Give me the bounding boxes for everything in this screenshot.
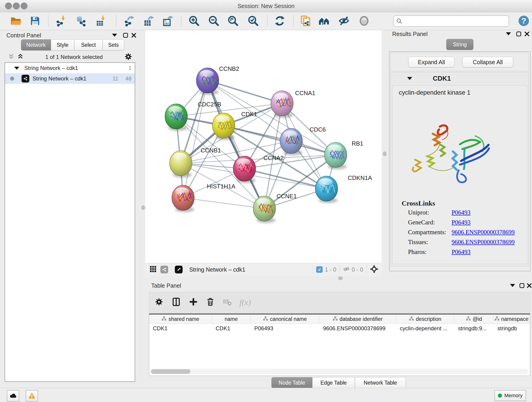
show-all-button[interactable] (358, 14, 370, 27)
table-row[interactable]: CDK1CDK1P064939606.ENSP00000378699cyclin… (149, 324, 530, 333)
column-header-canonical-name[interactable]: canonical name (251, 314, 319, 324)
network-selection-bar: 1 of 1 Network selected (5, 52, 135, 62)
network-canvas[interactable]: CCNB2CCNA1CDC25BCDK1CDC6RB1CCNB1CCNA2CDK… (145, 30, 382, 263)
column-header-name[interactable]: name (212, 314, 251, 324)
control-panel-menu-icon[interactable] (112, 33, 117, 38)
table-panel-close-icon[interactable] (526, 283, 532, 289)
tab-node-table[interactable]: Node Table (272, 377, 312, 388)
import-table-button[interactable] (95, 14, 108, 27)
birdseye-view-icon[interactable] (175, 266, 183, 274)
collapse-all-networks-icon[interactable] (8, 53, 15, 61)
annotation-documents-icon (300, 15, 312, 27)
network-node-rb1[interactable]: RB1 (324, 140, 363, 169)
column-header-database-identifier[interactable]: database identifier (319, 314, 396, 324)
collection-expander-icon[interactable] (14, 67, 19, 70)
annotations-button[interactable] (299, 14, 312, 27)
export-network-button[interactable] (123, 14, 136, 27)
export-table-button[interactable] (142, 14, 155, 27)
help-button[interactable]: ? (517, 14, 530, 27)
tab-select[interactable]: Select (74, 39, 103, 51)
export-network-icon (124, 15, 135, 27)
import-network-button[interactable] (55, 14, 68, 27)
crosslinks-title: CrossLinks (402, 199, 527, 207)
grid-view-icon[interactable] (149, 265, 157, 274)
selected-checkbox[interactable] (316, 266, 323, 273)
network-edge-count: 48 (125, 75, 132, 82)
results-panel-menu-icon[interactable] (506, 32, 511, 36)
control-panel-close-icon[interactable] (131, 32, 137, 39)
function-builder-button[interactable]: f(x) (239, 298, 251, 307)
horizontal-splitter-handle[interactable] (338, 276, 343, 280)
memory-button[interactable]: Memory (494, 390, 526, 401)
network-node-ccnb2[interactable]: CCNB2 (196, 65, 239, 95)
network-row[interactable]: String Network – cdk1 11 48 (5, 73, 135, 84)
table-settings-gear-icon[interactable] (155, 298, 163, 307)
tab-network[interactable]: Network (21, 39, 51, 51)
zoom-selected-button[interactable] (247, 14, 260, 27)
network-node-cdk1[interactable]: CDK1 (212, 111, 257, 140)
tab-string[interactable]: String (446, 39, 473, 50)
hierarchy-icon (162, 316, 167, 322)
crosslink-tissues-link[interactable]: 9606.ENSP00000378699 (452, 239, 527, 246)
column-header-namespace[interactable]: namespace (494, 314, 529, 324)
crosslink-uniprot-link[interactable]: P06493 (452, 209, 527, 216)
hide-selected-button[interactable] (337, 14, 350, 27)
open-session-button[interactable] (9, 14, 22, 27)
gene-entry-header[interactable]: CDK1 (391, 72, 529, 85)
tab-style[interactable]: Style (51, 39, 74, 51)
horizontal-scrollbar[interactable] (150, 369, 528, 374)
crosslink-compartments-link[interactable]: 9606.ENSP00000378699 (452, 229, 527, 236)
crosslink-pharos-link[interactable]: P06493 (452, 249, 527, 255)
refresh-layout-button[interactable] (273, 14, 286, 27)
column-header--id[interactable]: @id (454, 314, 494, 324)
network-node-ccne1[interactable]: CCNE1 (253, 193, 297, 223)
network-node-cdkn1a[interactable]: CDKN1A (315, 174, 372, 203)
expand-all-button[interactable]: Expand All (408, 57, 455, 67)
search-icon (396, 18, 403, 25)
results-panel-float-icon[interactable] (516, 31, 521, 38)
search-input[interactable] (403, 18, 502, 25)
network-options-gear-icon[interactable] (124, 52, 133, 62)
zoom-out-button[interactable] (207, 14, 220, 27)
right-splitter-handle[interactable] (383, 152, 386, 156)
results-panel-close-icon[interactable] (524, 31, 530, 38)
crosslink-genecard-link[interactable]: P06493 (452, 219, 527, 226)
tab-edge-table[interactable]: Edge Table (312, 377, 355, 388)
tab-sets[interactable]: Sets (103, 39, 124, 51)
network-graph[interactable]: CCNB2CCNA1CDC25BCDK1CDC6RB1CCNB1CCNA2CDK… (145, 30, 382, 263)
expand-all-networks-icon[interactable] (17, 53, 24, 61)
network-edge[interactable] (183, 80, 208, 198)
export-image-button[interactable] (162, 14, 174, 27)
search-field[interactable] (393, 15, 509, 27)
cloud-status-button[interactable] (7, 390, 19, 402)
column-header-shared-name[interactable]: shared name (149, 314, 212, 324)
zoom-in-button[interactable] (188, 14, 201, 27)
network-edge[interactable] (208, 80, 282, 103)
warnings-button[interactable] (26, 390, 38, 402)
network-node-hist1h1a[interactable]: HIST1H1A (172, 183, 235, 212)
scrollbar-thumb[interactable] (151, 369, 190, 374)
network-share-view-icon[interactable] (160, 266, 168, 274)
first-neighbors-button[interactable] (318, 14, 331, 27)
network-collection-row[interactable]: String Network – cdk1 1 (5, 63, 135, 73)
left-splitter-handle[interactable] (141, 205, 145, 210)
table-header-row: shared namename canonical name database … (149, 314, 530, 324)
pan-mode-icon[interactable] (370, 265, 379, 274)
column-header-description[interactable]: description (396, 314, 454, 324)
collapse-all-button[interactable]: Collapse All (462, 57, 513, 67)
network-edge[interactable] (183, 198, 264, 209)
table-panel-menu-icon[interactable] (510, 284, 515, 288)
create-column-icon[interactable] (189, 298, 198, 307)
results-panel-title: Results Panel (392, 31, 428, 37)
import-network-from-database-button[interactable] (75, 14, 87, 27)
control-panel-float-icon[interactable] (123, 32, 128, 39)
show-columns-icon[interactable] (172, 297, 181, 307)
gene-expander-icon[interactable] (407, 77, 412, 80)
table-panel-float-icon[interactable] (519, 283, 525, 289)
delete-column-trash-icon[interactable] (206, 298, 215, 307)
table-cell: cyclin-dependent ... (396, 325, 454, 332)
save-session-button[interactable] (29, 14, 41, 27)
zoom-fit-button[interactable] (227, 14, 239, 27)
node-table: shared namename canonical name database … (149, 313, 530, 376)
tab-network-table[interactable]: Network Table (355, 377, 406, 388)
